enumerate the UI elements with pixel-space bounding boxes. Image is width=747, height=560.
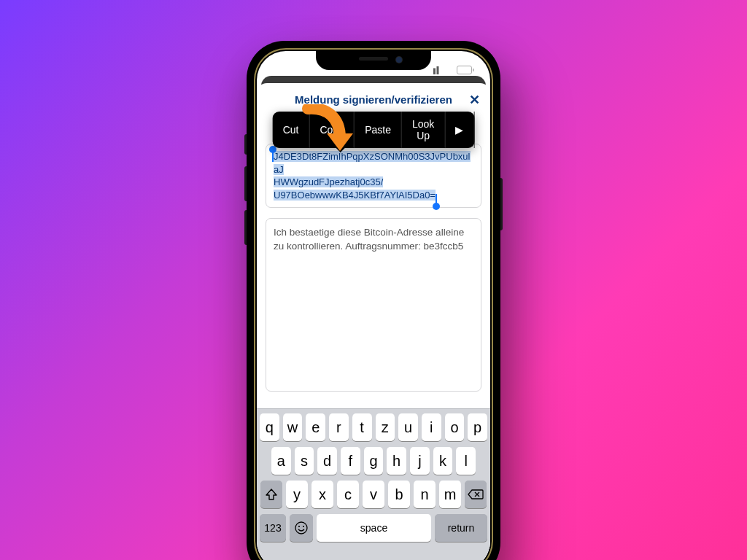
svg-rect-1 bbox=[430, 70, 433, 74]
key-q[interactable]: q bbox=[260, 413, 279, 441]
svg-rect-0 bbox=[427, 71, 429, 74]
notch bbox=[316, 51, 431, 70]
message-text: Ich bestaetige diese Bitcoin-Adresse all… bbox=[274, 227, 464, 252]
key-d[interactable]: d bbox=[317, 447, 337, 475]
copy-button[interactable]: Copy bbox=[309, 112, 355, 148]
message-field[interactable]: Ich bestaetige diese Bitcoin-Adresse all… bbox=[266, 218, 481, 392]
svg-point-9 bbox=[303, 526, 304, 527]
key-t[interactable]: t bbox=[352, 413, 372, 441]
paste-button[interactable]: Paste bbox=[355, 112, 402, 148]
power-button bbox=[500, 178, 503, 230]
modal-sheet: Meldung signieren/verifizieren ✕ Cut Cop… bbox=[257, 83, 490, 560]
key-o[interactable]: o bbox=[445, 413, 465, 441]
backspace-key[interactable] bbox=[465, 481, 487, 508]
keyboard-row-1: q w e r t z u i o p bbox=[260, 413, 487, 441]
key-r[interactable]: r bbox=[329, 413, 349, 441]
key-b[interactable]: b bbox=[388, 481, 410, 508]
key-f[interactable]: f bbox=[341, 447, 360, 475]
sheet-title: Meldung signieren/verifizieren bbox=[295, 93, 452, 106]
selection-handle-end[interactable] bbox=[433, 203, 440, 210]
key-a[interactable]: a bbox=[271, 447, 291, 475]
key-h[interactable]: h bbox=[387, 447, 406, 475]
shift-key[interactable] bbox=[260, 481, 282, 508]
status-icons bbox=[427, 66, 474, 74]
mute-switch bbox=[244, 134, 247, 155]
space-key[interactable]: space bbox=[317, 514, 431, 542]
svg-rect-3 bbox=[437, 66, 439, 74]
key-s[interactable]: s bbox=[295, 447, 314, 475]
volume-down-button bbox=[244, 210, 247, 245]
numbers-key[interactable]: 123 bbox=[260, 514, 286, 542]
battery-icon bbox=[457, 66, 474, 74]
selected-text-line3: U97BOebwwwKB4J5KBf7AYlAI5Da0= bbox=[274, 190, 436, 201]
onscreen-keyboard: q w e r t z u i o p a s d bbox=[257, 408, 490, 560]
sheet-content: Cut Copy Paste Look Up ▶ J4DE3Dt8FZimIhP… bbox=[257, 114, 490, 408]
status-time: 21:03 bbox=[277, 64, 303, 76]
key-k[interactable]: k bbox=[433, 447, 453, 475]
selected-text-line2: HWWgzudFJpezhatj0c35/ bbox=[274, 176, 383, 187]
lookup-button[interactable]: Look Up bbox=[402, 112, 445, 148]
selected-text-line1: J4DE3Dt8FZimIhPqpXzSONMh00S3JvPUbxulaJ bbox=[274, 151, 471, 175]
key-w[interactable]: w bbox=[283, 413, 303, 441]
shift-icon bbox=[265, 489, 278, 500]
key-v[interactable]: v bbox=[363, 481, 384, 508]
more-menu-button[interactable]: ▶ bbox=[445, 112, 474, 148]
sheet-header: Meldung signieren/verifizieren ✕ bbox=[257, 83, 490, 114]
emoji-key[interactable] bbox=[290, 514, 313, 542]
phone-frame: 21:03 Meldung signieren/verifizieren ✕ bbox=[247, 41, 500, 560]
key-z[interactable]: z bbox=[376, 413, 395, 441]
key-p[interactable]: p bbox=[468, 413, 487, 441]
key-u[interactable]: u bbox=[398, 413, 418, 441]
svg-rect-2 bbox=[433, 68, 436, 74]
svg-rect-6 bbox=[473, 69, 474, 71]
cut-button[interactable]: Cut bbox=[273, 112, 310, 148]
backspace-icon bbox=[468, 489, 484, 499]
key-c[interactable]: c bbox=[337, 481, 359, 508]
svg-rect-5 bbox=[458, 67, 465, 73]
key-j[interactable]: j bbox=[410, 447, 430, 475]
signature-field[interactable]: J4DE3Dt8FZimIhPqpXzSONMh00S3JvPUbxulaJ H… bbox=[266, 144, 481, 208]
key-e[interactable]: e bbox=[306, 413, 325, 441]
return-key[interactable]: return bbox=[435, 514, 487, 542]
svg-point-8 bbox=[298, 526, 300, 527]
emoji-icon bbox=[294, 521, 309, 535]
volume-up-button bbox=[244, 166, 247, 201]
key-i[interactable]: i bbox=[422, 413, 441, 441]
cellular-icon bbox=[427, 66, 439, 74]
text-edit-menu: Cut Copy Paste Look Up ▶ bbox=[273, 112, 475, 148]
svg-point-7 bbox=[295, 522, 307, 534]
wifi-icon bbox=[442, 66, 454, 74]
close-button[interactable]: ✕ bbox=[469, 92, 480, 108]
phone-screen: 21:03 Meldung signieren/verifizieren ✕ bbox=[257, 51, 490, 560]
key-g[interactable]: g bbox=[364, 447, 384, 475]
key-n[interactable]: n bbox=[414, 481, 436, 508]
key-y[interactable]: y bbox=[286, 481, 308, 508]
key-l[interactable]: l bbox=[456, 447, 476, 475]
key-m[interactable]: m bbox=[439, 481, 461, 508]
keyboard-row-3: y x c v b n m bbox=[260, 481, 487, 508]
keyboard-row-2: a s d f g h j k l bbox=[260, 447, 487, 475]
key-x[interactable]: x bbox=[311, 481, 333, 508]
keyboard-row-4: 123 space return bbox=[260, 514, 487, 542]
